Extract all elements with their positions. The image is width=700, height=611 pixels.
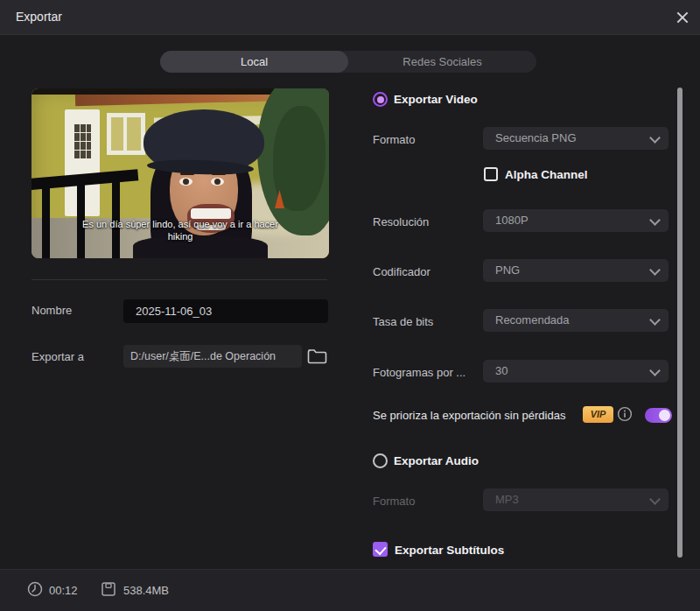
export-dialog: Exportar Local Redes Sociales: [0, 0, 700, 611]
name-input[interactable]: [123, 299, 328, 323]
tab-local[interactable]: Local: [160, 51, 348, 73]
chevron-down-icon: [651, 216, 658, 223]
framerate-value: 30: [495, 360, 508, 383]
encoder-label: Codificador: [373, 265, 430, 278]
export-audio-title: Exportar Audio: [394, 454, 479, 467]
format-value: Secuencia PNG: [495, 127, 577, 150]
alpha-channel-label: Alpha Channel: [505, 168, 588, 181]
preview-eye-right: [211, 178, 224, 186]
chevron-down-icon: [651, 367, 658, 374]
chevron-down-icon: [651, 495, 658, 502]
titlebar: Exportar: [0, 0, 700, 35]
filesize-value: 538.4MB: [123, 584, 169, 597]
bitrate-value: Recomendada: [495, 309, 570, 332]
preview-subtitle-line1: Es un día súper lindo, así que voy a ir …: [32, 219, 329, 229]
audio-format-dropdown: MP3: [483, 488, 668, 511]
video-preview: Es un día súper lindo, así que voy a ir …: [32, 88, 329, 258]
preview-window-1: [107, 113, 145, 155]
preview-eyebrow-left: [180, 172, 194, 175]
duration-value: 00:12: [49, 584, 78, 597]
framerate-dropdown[interactable]: 30: [483, 360, 668, 383]
audio-format-label: Formato: [373, 495, 415, 508]
tab-group: Local Redes Sociales: [160, 51, 536, 73]
export-subtitles-label: Exportar Subtítulos: [395, 544, 504, 557]
lossless-label: Se prioriza la exportación sin pérdidas: [373, 409, 565, 422]
clock-icon: [27, 581, 43, 597]
preview-door-window: [74, 123, 91, 158]
resolution-label: Resolución: [373, 215, 429, 228]
scrollbar[interactable]: [677, 88, 682, 558]
bitrate-label: Tasa de bits: [373, 315, 433, 328]
audio-format-value: MP3: [495, 488, 519, 511]
preview-teeth-top: [191, 208, 231, 219]
preview-subtitle-line2: hiking: [32, 231, 329, 242]
encoder-dropdown[interactable]: PNG: [483, 259, 668, 282]
chevron-down-icon: [651, 316, 658, 323]
close-icon[interactable]: [670, 5, 695, 30]
lossless-toggle[interactable]: [645, 408, 672, 423]
preview-eyebrow-right: [212, 172, 226, 175]
export-video-title: Exportar Video: [394, 93, 478, 106]
preview-eye-left: [179, 178, 192, 186]
vip-badge: VIP: [583, 406, 613, 423]
save-icon: [101, 581, 116, 597]
resolution-dropdown[interactable]: 1080P: [483, 209, 668, 232]
name-label: Nombre: [32, 304, 72, 317]
dialog-title: Exportar: [16, 10, 62, 24]
footer-bar: 00:12 538.4MB Exportar: [0, 569, 700, 611]
folder-icon[interactable]: [307, 347, 327, 365]
export-video-radio[interactable]: [373, 92, 388, 107]
chevron-down-icon: [651, 134, 658, 141]
divider: [32, 279, 327, 280]
chevron-down-icon: [651, 266, 658, 273]
export-subtitles-checkbox[interactable]: [373, 542, 388, 557]
format-label: Formato: [373, 133, 415, 146]
tab-redes-sociales[interactable]: Redes Sociales: [348, 51, 536, 73]
export-path-field[interactable]: D:/user/桌面/E...de Operación: [123, 345, 302, 368]
info-icon[interactable]: [617, 406, 633, 422]
alpha-channel-checkbox[interactable]: [484, 167, 498, 181]
export-path-label: Exportar a: [32, 350, 84, 363]
export-audio-radio[interactable]: [373, 453, 388, 468]
bitrate-dropdown[interactable]: Recomendada: [483, 309, 668, 332]
format-dropdown[interactable]: Secuencia PNG: [483, 127, 668, 150]
framerate-label: Fotogramas por ...: [373, 366, 466, 379]
resolution-value: 1080P: [495, 209, 528, 232]
encoder-value: PNG: [495, 259, 520, 282]
